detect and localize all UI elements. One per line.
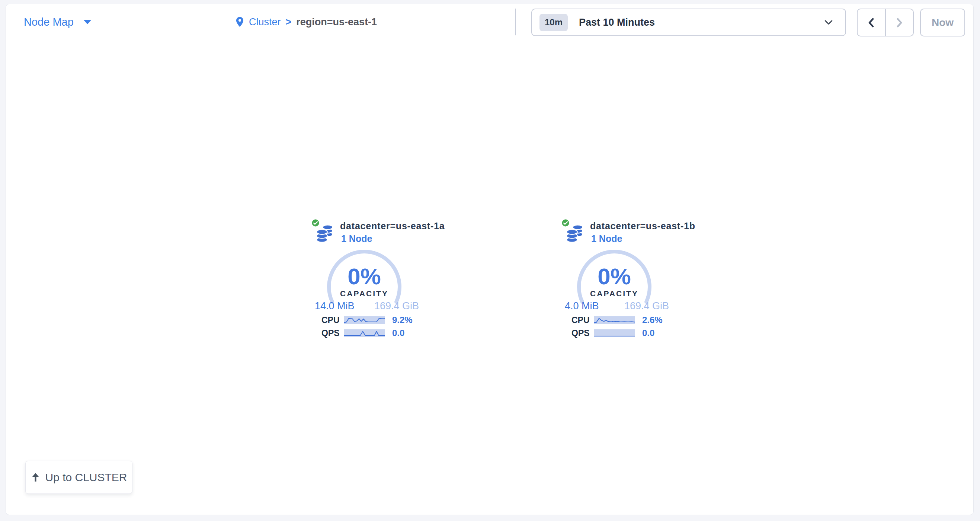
prev-time-button[interactable] (858, 9, 886, 36)
cpu-value: 2.6% (642, 315, 663, 325)
time-range-dropdown[interactable]: 10m Past 10 Minutes (531, 8, 846, 36)
datacenter-stats: CPU 9.2% QPS 0.0 (321, 315, 421, 341)
cpu-label: CPU (571, 315, 589, 325)
breadcrumb-cluster-link[interactable]: Cluster (249, 16, 281, 28)
healthy-check-icon (311, 218, 320, 227)
view-selector-dropdown[interactable]: Node Map (24, 4, 92, 40)
capacity-percent: 0% (323, 266, 405, 287)
capacity-used: 4.0 MiB (565, 300, 599, 312)
datacenter-node-count[interactable]: 1 Node (341, 233, 372, 244)
capacity-values: 14.0 MiB 169.4 GiB (315, 300, 419, 312)
cpu-value: 9.2% (392, 315, 413, 325)
time-pager (857, 8, 914, 37)
topbar-divider (515, 8, 516, 35)
datacenter-card[interactable]: datacenter=us-east-1b 1 Node 0% CAPACITY… (563, 218, 671, 343)
capacity-percent: 0% (573, 266, 655, 287)
breadcrumb-current: region=us-east-1 (296, 16, 377, 28)
qps-label: QPS (571, 328, 589, 338)
qps-value: 0.0 (392, 328, 404, 338)
up-to-cluster-button[interactable]: Up to CLUSTER (25, 461, 132, 494)
cpu-stat-row: CPU 2.6% (571, 315, 671, 325)
chevron-down-caret-icon (83, 20, 92, 25)
breadcrumb: Cluster > region=us-east-1 (235, 4, 377, 40)
time-range-label: Past 10 Minutes (579, 17, 655, 28)
view-selector-label: Node Map (24, 16, 74, 28)
up-to-cluster-label: Up to CLUSTER (45, 471, 127, 484)
datacenter-name: datacenter=us-east-1b (590, 221, 695, 231)
qps-label: QPS (321, 328, 339, 338)
cpu-label: CPU (321, 315, 339, 325)
capacity-values: 4.0 MiB 169.4 GiB (565, 300, 669, 312)
next-time-button[interactable] (886, 9, 913, 36)
qps-stat-row: QPS 0.0 (321, 328, 421, 338)
location-pin-icon (235, 16, 244, 27)
datacenter-stats: CPU 2.6% QPS 0.0 (571, 315, 671, 341)
datacenter-node-count[interactable]: 1 Node (591, 233, 622, 244)
node-map-canvas: datacenter=us-east-1a 1 Node 0% CAPACITY… (6, 40, 973, 515)
datacenter-card[interactable]: datacenter=us-east-1a 1 Node 0% CAPACITY… (313, 218, 421, 343)
breadcrumb-separator: > (286, 16, 292, 28)
time-range-badge: 10m (539, 14, 568, 31)
capacity-label: CAPACITY (323, 289, 405, 298)
topbar: Node Map Cluster > region=us-east-1 10m … (6, 4, 973, 40)
capacity-total: 169.4 GiB (624, 300, 669, 312)
cpu-stat-row: CPU 9.2% (321, 315, 421, 325)
chevron-left-icon (867, 18, 875, 27)
qps-value: 0.0 (642, 328, 654, 338)
node-map-page: Node Map Cluster > region=us-east-1 10m … (6, 4, 974, 515)
cpu-sparkline (594, 316, 635, 324)
chevron-right-icon (895, 18, 904, 27)
healthy-check-icon (561, 218, 570, 227)
capacity-used: 14.0 MiB (315, 300, 355, 312)
datacenter-name: datacenter=us-east-1a (340, 221, 445, 231)
qps-stat-row: QPS 0.0 (571, 328, 671, 338)
now-button[interactable]: Now (920, 8, 965, 37)
arrow-up-icon (30, 472, 41, 482)
capacity-total: 169.4 GiB (374, 300, 419, 312)
capacity-label: CAPACITY (573, 289, 655, 298)
qps-sparkline (594, 329, 635, 337)
cpu-sparkline (344, 316, 385, 324)
qps-sparkline (344, 329, 385, 337)
chevron-down-icon (824, 20, 833, 25)
